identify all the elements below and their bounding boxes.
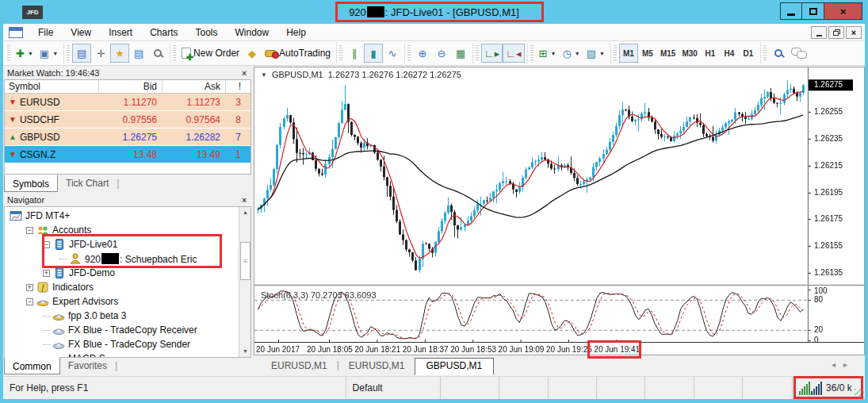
navigator-scrollbar[interactable]: ▲ ≡ ▼ — [239, 207, 250, 357]
tree-item-expert-advisors[interactable]: −Expert Advisors — [5, 294, 238, 309]
market-watch-header: Market Watch: 19:46:43 × — [3, 67, 252, 79]
tab-tick-chart[interactable]: Tick Chart — [58, 176, 117, 190]
resize-grip[interactable] — [855, 389, 864, 398]
table-row-csgn.z[interactable]: ▼CSGN.Z13.4813.491 — [5, 146, 250, 163]
bar-chart-type-button[interactable]: ∥ — [345, 44, 364, 63]
market-watch-close-icon[interactable]: × — [240, 69, 248, 78]
tf-m1-button[interactable]: M1 — [619, 44, 638, 63]
tf-m30-button[interactable]: M30 — [679, 44, 700, 63]
navigator-toggle-button[interactable]: ★ — [110, 44, 129, 63]
chart-tab-1-eurusd-m1[interactable]: EURUSD,M1 — [339, 359, 415, 373]
expand-icon[interactable]: + — [43, 270, 50, 277]
tree-item-jfd-live01[interactable]: −JFD-Live01 — [5, 237, 238, 251]
toolbar-group-4: ⊕⊖▦ — [404, 43, 472, 63]
column-header-ask[interactable]: Ask — [162, 80, 225, 93]
column-header-spread[interactable]: ! — [225, 80, 247, 93]
tree-item-920-schuepbach-eric[interactable]: 920: Schuepbach Eric — [5, 251, 238, 266]
zoom-out-button[interactable]: ⊖ — [432, 44, 451, 63]
tf-m15-button[interactable]: M15 — [657, 44, 679, 63]
menu-charts[interactable]: Charts — [141, 25, 186, 40]
tree-item-fx-blue-tradecopy-receiver[interactable]: FX Blue - TradeCopy Receiver — [5, 323, 238, 337]
mdi-restore-button[interactable] — [828, 26, 844, 39]
price-chart-canvas[interactable] — [254, 67, 864, 355]
chart-expander-icon[interactable]: ▼ — [261, 71, 267, 79]
candle-chart-type-button[interactable]: ▮ — [364, 44, 383, 63]
tree-item-indicators[interactable]: +fIndicators — [5, 280, 238, 294]
tf-h4-button[interactable]: H4 — [720, 44, 739, 63]
scrollbar-thumb[interactable]: ≡ — [240, 242, 250, 280]
mdi-close-button[interactable]: × — [846, 26, 862, 39]
menu-insert[interactable]: Insert — [100, 25, 141, 40]
symbol-cell: ▼USDCHF — [5, 114, 98, 125]
menu-tools[interactable]: Tools — [187, 25, 227, 40]
tab-symbols[interactable]: Symbols — [4, 175, 58, 192]
new-chart-button[interactable]: ✚▼ — [13, 44, 36, 63]
tf-m30-label: M30 — [682, 49, 697, 58]
tf-d1-button[interactable]: D1 — [739, 44, 758, 63]
column-header-bid[interactable]: Bid — [98, 80, 162, 93]
close-button[interactable]: × — [824, 2, 862, 20]
expand-icon[interactable]: + — [26, 284, 33, 291]
templates-button[interactable]: ▧▼ — [583, 44, 608, 63]
tf-h1-button[interactable]: H1 — [701, 44, 720, 63]
auto-scroll-button[interactable]: ∟▸ — [481, 44, 503, 63]
autotrading-label: AutoTrading — [279, 48, 331, 59]
tf-m1-label: M1 — [623, 49, 634, 58]
periods-button[interactable]: ◷▼ — [559, 44, 583, 63]
minimize-button[interactable] — [780, 2, 802, 20]
symbol-name: CSGN.Z — [20, 149, 55, 160]
strategy-tester-button[interactable] — [148, 44, 167, 63]
connection-bar — [818, 384, 820, 395]
scroll-up-icon[interactable]: ▲ — [239, 207, 251, 218]
market-watch-toggle-icon: ▤ — [77, 48, 86, 59]
tree-item-jfd-mt4[interactable]: JFD MT4+ — [5, 209, 238, 223]
collapse-icon[interactable]: − — [26, 227, 33, 234]
tile-windows-button[interactable]: ▦ — [451, 44, 470, 63]
menu-help[interactable]: Help — [277, 25, 315, 40]
maximize-button[interactable] — [802, 2, 824, 20]
title-bar[interactable]: JFD 920: JFD-Live01 - [GBPUSD,M1] × — [0, 0, 868, 24]
new-order-button[interactable]: ✚New Order — [178, 44, 243, 63]
search-button[interactable] — [769, 44, 788, 63]
autotrading-button[interactable]: AutoTrading — [262, 44, 334, 63]
collapse-icon[interactable]: − — [26, 298, 33, 305]
column-header-symbol[interactable]: Symbol — [5, 81, 98, 92]
profiles-button[interactable]: ▣▼ — [36, 44, 61, 63]
table-row-usdchf[interactable]: ▼USDCHF0.975560.975648 — [5, 111, 250, 129]
status-bar: For Help, press F1Default36/0 k — [3, 376, 865, 399]
zoom-in-button[interactable]: ⊕ — [413, 44, 432, 63]
market-watch-toggle-button[interactable]: ▤ — [72, 44, 91, 63]
menu-view[interactable]: View — [62, 25, 100, 40]
mdi-minimize-button[interactable] — [811, 26, 827, 39]
tree-item-fx-blue-tradecopy-sender[interactable]: FX Blue - TradeCopy Sender — [5, 337, 238, 351]
status-connection[interactable]: 36/0 k — [793, 377, 865, 399]
tree-item-fpp-3-0-beta-3[interactable]: fpp 3.0 beta 3 — [5, 309, 238, 323]
menu-window[interactable]: Window — [227, 25, 278, 40]
toolbar-group-1: ▤✛★▤ — [63, 43, 170, 63]
terminal-toggle-button[interactable]: ▤ — [129, 44, 148, 63]
tree-item-jfd-demo[interactable]: +JFD-Demo — [5, 266, 238, 280]
scroll-down-icon[interactable]: ▼ — [239, 346, 251, 357]
line-chart-type-button[interactable]: ∿ — [383, 44, 402, 63]
chart-tab-2-gbpusd-m1[interactable]: GBPUSD,M1 — [415, 358, 495, 375]
indicators-list-button[interactable]: ⊞▼ — [536, 44, 560, 63]
data-window-button[interactable]: ✛ — [91, 44, 110, 63]
menu-file[interactable]: File — [29, 25, 62, 40]
tree-item-macd-s[interactable]: MACD S — [5, 351, 238, 357]
tab-scroll-arrows[interactable]: ◂▸ — [832, 360, 855, 369]
tab-common[interactable]: Common — [4, 357, 60, 374]
tab-favorites[interactable]: Favorites — [60, 359, 115, 373]
tree-item-accounts[interactable]: −Accounts — [5, 223, 238, 237]
tf-h1-label: H1 — [705, 49, 715, 58]
table-row-gbpusd[interactable]: ▲GBPUSD1.262751.262827 — [5, 129, 250, 146]
chat-button[interactable] — [788, 44, 810, 63]
tf-m5-button[interactable]: M5 — [638, 44, 657, 63]
metaeditor-button[interactable]: ◆ — [243, 44, 262, 63]
navigator-close-icon[interactable]: × — [240, 196, 248, 205]
redaction-block — [101, 253, 119, 264]
chart-shift-button[interactable]: ∟◂ — [503, 44, 524, 63]
chart-tab-0-eurusd-m1[interactable]: EURUSD,M1 — [262, 359, 337, 373]
collapse-icon[interactable]: − — [43, 241, 50, 248]
status-profile[interactable]: Default — [346, 377, 442, 399]
table-row-eurusd[interactable]: ▼EURUSD1.112701.112733 — [5, 94, 250, 111]
